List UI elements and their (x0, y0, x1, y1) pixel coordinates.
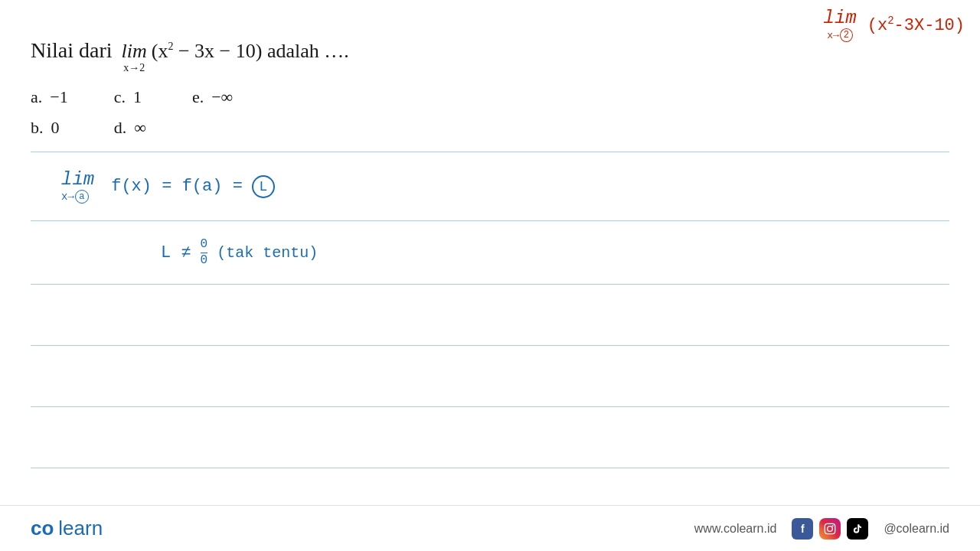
right-lim-sub: x→2 (827, 28, 853, 42)
tiktok-svg (852, 523, 863, 534)
svg-point-1 (828, 526, 833, 531)
instagram-svg (824, 523, 836, 535)
choice-b: b. 0 (31, 118, 68, 138)
indeterminate-line: L ≠ 0 0 (tak tentu) (61, 238, 949, 267)
choice-e: e. −∞ (192, 87, 233, 107)
tak-tentu-label: (tak tentu) (217, 244, 318, 262)
website-url: www.colearn.id (694, 522, 777, 536)
zero-over-zero: 0 0 (201, 238, 208, 267)
choice-col-3: e. −∞ (192, 87, 233, 138)
formula-expr: f(x) = f(a) = (111, 177, 243, 196)
choice-a: a. −1 (31, 87, 68, 107)
social-handle: @colearn.id (884, 522, 949, 536)
right-lim-keyword: lim (824, 8, 857, 28)
blue-lim-sub: x→a (61, 190, 89, 204)
logo-co: co (31, 517, 54, 540)
social-icons: f (792, 518, 868, 540)
question-prefix: Nilai dari (31, 38, 113, 63)
limit-notation: lim x→2 (122, 41, 147, 73)
blue-lim-keyword: lim (61, 169, 94, 190)
right-lim-value: 2 (840, 28, 853, 42)
empty-section-1 (31, 285, 949, 346)
blue-lim-block: lim x→a (61, 169, 94, 204)
top-section: a. −1 b. 0 c. 1 d. ∞ (31, 87, 949, 145)
choice-d: d. ∞ (114, 118, 146, 138)
main-content: Nilai dari lim x→2 (x2 − 3x − 10) adalah… (0, 0, 980, 505)
choice-col-2: c. 1 d. ∞ (114, 87, 146, 138)
l-not-equal: L ≠ (161, 243, 191, 262)
fraction-numerator: 0 (201, 238, 208, 252)
fraction-denominator: 0 (201, 254, 208, 268)
lim-keyword: lim (122, 41, 147, 61)
choice-col-1: a. −1 b. 0 (31, 87, 68, 138)
choice-c: c. 1 (114, 87, 146, 107)
right-expression: (x2-3X-10) (867, 15, 965, 35)
blue-lim-value: a (75, 190, 89, 204)
lim-subscript: x→2 (123, 63, 145, 73)
facebook-icon: f (792, 518, 813, 540)
empty-section-3 (31, 407, 949, 468)
question-expression: (x2 − 3x − 10) adalah …. (152, 40, 349, 63)
choices-wrapper: a. −1 b. 0 c. 1 d. ∞ (31, 87, 233, 138)
formula-line: lim x→a f(x) = f(a) = L (61, 169, 949, 204)
instagram-icon (819, 518, 841, 540)
footer-right: www.colearn.id f @colearn.id (694, 518, 949, 540)
svg-point-2 (832, 525, 834, 527)
logo-learn: learn (58, 517, 103, 540)
right-lim-block: lim x→2 (824, 8, 857, 42)
empty-section-2 (31, 346, 949, 407)
tiktok-icon (847, 518, 868, 540)
formula-section: lim x→a f(x) = f(a) = L (31, 152, 949, 221)
logo: co learn (31, 517, 103, 540)
facebook-letter: f (801, 523, 805, 535)
indeterminate-section: L ≠ 0 0 (tak tentu) (31, 221, 949, 285)
right-formula: lim x→2 (x2-3X-10) (824, 8, 965, 42)
right-lim-line: lim x→2 (x2-3X-10) (824, 8, 965, 42)
svg-rect-0 (825, 523, 835, 533)
footer: co learn www.colearn.id f @colearn.i (0, 505, 980, 551)
result-L-circle: L (252, 175, 275, 198)
question-line: Nilai dari lim x→2 (x2 − 3x − 10) adalah… (31, 38, 949, 73)
